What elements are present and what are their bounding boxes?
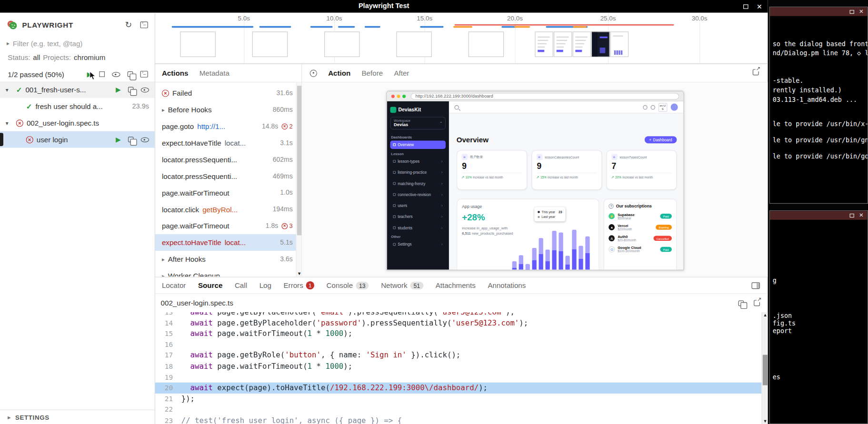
action-item-locator-click[interactable]: locator.clickgetByRol...194ms: [155, 201, 301, 217]
scroll-down-icon[interactable]: ▼: [297, 271, 302, 276]
maximize-icon[interactable]: [743, 4, 748, 9]
test-file-row-001-fresh-user-s[interactable]: ▾✓001_fresh-user-s...▶: [0, 81, 155, 98]
users-icon[interactable]: [650, 105, 655, 109]
watch-icon[interactable]: [141, 86, 149, 93]
tab-before[interactable]: Before: [362, 69, 383, 77]
code-scrollbar[interactable]: ▲ ▼: [761, 312, 768, 424]
chevron-right-icon[interactable]: ▸: [162, 256, 165, 262]
nav-item-lesson-types[interactable]: lesson-types›: [390, 157, 445, 165]
terminal-titlebar[interactable]: ✕: [770, 211, 868, 220]
action-item-page-waitfortimeout[interactable]: page.waitForTimeout1.0s: [155, 184, 301, 201]
pick-locator-icon[interactable]: [310, 69, 317, 77]
terminal-window-top[interactable]: ✕ so the dialog based frontend/Dialog.pm…: [769, 7, 868, 204]
settings-section[interactable]: ▸ SETTINGS: [0, 410, 155, 424]
tab-locator[interactable]: Locator: [162, 281, 186, 289]
tab-errors[interactable]: Errors1: [284, 281, 314, 289]
workspace-switcher[interactable]: Workspace Devias: [390, 117, 445, 129]
show-report-icon[interactable]: [140, 71, 148, 78]
test-row-user-login[interactable]: ✕user login▶: [0, 131, 155, 148]
source-code-viewer[interactable]: 13 await page.getByPlaceholder('email').…: [155, 312, 768, 424]
nav-item-connective-revision[interactable]: connective-revision›: [390, 190, 445, 198]
language-selector[interactable]: en-US: [658, 103, 667, 112]
tab-source[interactable]: Source: [198, 281, 222, 289]
layout-columns-icon[interactable]: [752, 282, 760, 289]
tab-action[interactable]: Action: [328, 69, 350, 77]
timeline-thumbnail[interactable]: [554, 31, 572, 57]
action-item-after-hooks[interactable]: ▸After Hooks3.6s: [155, 251, 301, 267]
watch-all-icon[interactable]: [112, 70, 120, 78]
timeline-thumbnail[interactable]: [469, 31, 504, 57]
nav-item-listening-practice[interactable]: listening-practice›: [390, 168, 445, 177]
action-item-locator-presssequenti[interactable]: locator.pressSequenti...602ms: [155, 151, 301, 168]
trace-timeline[interactable]: 5.0s10.0s15.0s20.0s25.0s30.0s: [155, 13, 768, 64]
tab-network[interactable]: Network51: [381, 281, 423, 289]
page-snapshot[interactable]: http://192.168.222.199:3000/dashboard De…: [386, 91, 684, 270]
tab-console[interactable]: Console13: [327, 281, 369, 289]
nav-item-matching-frenzy[interactable]: matching-frenzy›: [390, 179, 445, 187]
timeline-thumbnail[interactable]: [591, 31, 609, 57]
tab-log[interactable]: Log: [259, 281, 271, 289]
avatar[interactable]: [670, 104, 678, 111]
add-dashboard-button[interactable]: + Dashboard: [645, 136, 677, 143]
nav-item-students[interactable]: students›: [390, 224, 445, 232]
stop-icon[interactable]: [99, 71, 105, 77]
output-console-icon[interactable]: [140, 21, 148, 28]
chevron-right-icon[interactable]: ▸: [162, 107, 165, 113]
timeline-thumbnail[interactable]: [573, 31, 591, 57]
close-icon[interactable]: ✕: [757, 3, 762, 10]
actions-scrollbar[interactable]: ▼: [296, 82, 302, 276]
timeline-thumbnail[interactable]: [252, 31, 288, 57]
run-test-icon[interactable]: ▶: [116, 136, 121, 143]
copy-icon[interactable]: [738, 300, 744, 306]
copy-icon[interactable]: [128, 137, 134, 142]
nav-item-teachers[interactable]: teachers›: [390, 213, 445, 221]
maximize-icon[interactable]: [849, 10, 854, 13]
test-file-row-002-user-login-spec-ts[interactable]: ▾✕002_user-login.spec.ts: [0, 115, 155, 131]
chevron-down-icon[interactable]: ▾: [6, 87, 13, 93]
scroll-down-icon[interactable]: ▼: [762, 418, 768, 423]
scrollbar-thumb[interactable]: [297, 86, 301, 235]
timeline-thumbnail[interactable]: [324, 31, 360, 57]
projects-value[interactable]: chromium: [74, 53, 105, 61]
tab-call[interactable]: Call: [235, 281, 247, 289]
scrollbar-thumb[interactable]: [763, 355, 768, 385]
chevron-right-icon[interactable]: ▸: [7, 40, 10, 46]
close-icon[interactable]: ✕: [859, 213, 864, 218]
action-item-failed[interactable]: ✕Failed31.6s: [155, 85, 301, 101]
watch-icon[interactable]: [141, 136, 149, 143]
tab-attachments[interactable]: Attachments: [436, 281, 476, 289]
timeline-thumbnail[interactable]: [180, 31, 216, 57]
run-test-icon[interactable]: ▶: [116, 86, 121, 93]
timeline-thumbnail[interactable]: [535, 31, 553, 57]
action-item-page-waitfortimeout[interactable]: page.waitForTimeout1.8s✕3: [155, 217, 301, 234]
bell-icon[interactable]: [643, 105, 647, 109]
action-item-expect-tohavetitle[interactable]: expect.toHaveTitlelocat...5.1s: [155, 234, 301, 251]
action-item-before-hooks[interactable]: ▸Before Hooks860ms: [155, 101, 301, 118]
action-item-locator-presssequenti[interactable]: locator.pressSequenti...469ms: [155, 168, 301, 184]
tab-after[interactable]: After: [394, 69, 409, 77]
filter-input[interactable]: [13, 39, 138, 47]
maximize-icon[interactable]: [849, 213, 854, 217]
nav-item-users[interactable]: users›: [390, 201, 445, 209]
timeline-thumbnail[interactable]: [610, 31, 629, 57]
tab-actions[interactable]: Actions: [162, 69, 188, 77]
copy-icon[interactable]: [128, 87, 134, 93]
tab-annotations[interactable]: Annotations: [488, 281, 526, 289]
timeline-thumbnail[interactable]: [396, 31, 432, 57]
action-item-expect-tohavetitle[interactable]: expect.toHaveTitlelocat...3.1s: [155, 135, 301, 151]
reload-icon[interactable]: ↻: [125, 21, 132, 29]
test-row-fresh-user-should-a[interactable]: ✓fresh user should a...23.9s: [0, 98, 155, 115]
close-icon[interactable]: ✕: [859, 9, 864, 15]
open-external-icon[interactable]: [753, 69, 759, 75]
scroll-up-icon[interactable]: ▲: [762, 313, 768, 317]
copy-icon[interactable]: [128, 71, 133, 77]
action-item-worker-cleanup[interactable]: ▸Worker Cleanup: [155, 267, 301, 277]
tab-metadata[interactable]: Metadata: [200, 69, 229, 77]
status-value[interactable]: all: [33, 53, 40, 61]
chevron-right-icon[interactable]: ▸: [162, 273, 165, 277]
search-icon[interactable]: [454, 105, 459, 109]
nav-item-settings[interactable]: Settings›: [390, 240, 445, 248]
chevron-down-icon[interactable]: ▾: [6, 120, 13, 126]
terminal-window-bottom[interactable]: ✕ g.jsonfig.tseportes: [769, 210, 868, 424]
nav-item-overview[interactable]: Overview›: [390, 140, 445, 148]
